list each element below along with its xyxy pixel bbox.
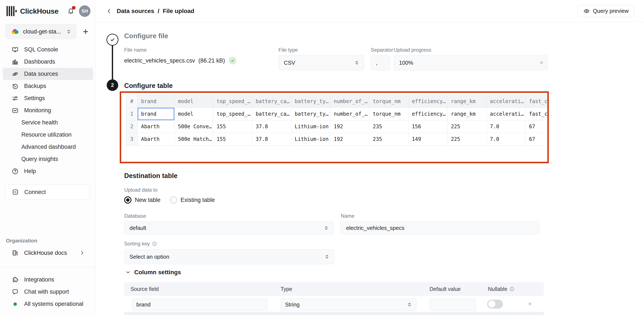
nullable-toggle[interactable] bbox=[487, 300, 503, 308]
check-icon bbox=[230, 58, 235, 63]
organization-label: Organization bbox=[6, 238, 37, 244]
data-sources-icon bbox=[12, 71, 18, 78]
back-icon[interactable] bbox=[106, 8, 113, 15]
sidebar-item-service-health[interactable]: Service health bbox=[3, 116, 93, 129]
preview-header-name-cell[interactable]: range_km bbox=[448, 108, 486, 120]
sidebar-item-monitoring[interactable]: Monitoring bbox=[3, 104, 93, 116]
info-icon bbox=[152, 241, 157, 246]
info-icon bbox=[509, 286, 514, 292]
notifications-button[interactable] bbox=[66, 7, 75, 15]
service-selector[interactable]: cloud-get-sta... bbox=[5, 24, 76, 39]
file-size-value: (86.21 kB) bbox=[198, 58, 225, 64]
add-service-button[interactable]: + bbox=[79, 25, 92, 38]
preview-header-name-cell[interactable]: brand bbox=[138, 108, 174, 120]
sidebar-item-chat-support[interactable]: Chat with support bbox=[3, 286, 93, 298]
sidebar-item-data-sources[interactable]: Data sources bbox=[3, 68, 93, 80]
default-value-input[interactable] bbox=[430, 298, 476, 311]
table-name-input[interactable]: electric_vehicles_specs bbox=[341, 221, 539, 235]
preview-column-header: battery_ca… bbox=[252, 95, 291, 108]
connect-icon bbox=[12, 189, 19, 196]
next-row-strip bbox=[124, 312, 544, 315]
app-title: ClickHouse bbox=[20, 7, 58, 15]
remove-column-icon[interactable]: × bbox=[528, 300, 532, 307]
chevron-updown-icon bbox=[324, 254, 330, 260]
preview-cell: 225 bbox=[448, 133, 486, 146]
preview-header-name-cell[interactable]: number_of_… bbox=[330, 108, 369, 120]
clickhouse-logo-icon bbox=[6, 6, 17, 17]
step-connector bbox=[112, 45, 113, 80]
chevron-down-icon bbox=[125, 270, 131, 275]
preview-cell: 155 bbox=[213, 120, 252, 133]
breadcrumb-data-sources[interactable]: Data sources bbox=[117, 8, 154, 14]
eye-icon bbox=[584, 8, 590, 14]
puzzle-icon bbox=[12, 276, 18, 283]
preview-header-name-cell[interactable]: battery_ty… bbox=[291, 108, 330, 120]
preview-header-name-cell[interactable]: model bbox=[174, 108, 213, 120]
sidebar-item-system-status[interactable]: All systems operational bbox=[3, 298, 93, 310]
nullable-header: Nullable bbox=[488, 286, 514, 292]
sidebar-item-clickhouse-docs[interactable]: ClickHouse docs bbox=[3, 246, 93, 259]
backups-icon bbox=[12, 83, 18, 90]
preview-header-name-cell[interactable]: fast_cha bbox=[526, 108, 548, 120]
preview-cell: Lithium-ion bbox=[291, 133, 330, 146]
source-field-input[interactable]: brand bbox=[132, 298, 267, 311]
preview-cell: 156 bbox=[408, 120, 448, 133]
preview-header-name-cell[interactable]: torque_nm bbox=[369, 108, 408, 120]
preview-row-number: 1 bbox=[126, 108, 138, 120]
preview-header-name-cell[interactable]: efficiency… bbox=[408, 108, 448, 120]
column-settings-toggle[interactable]: Column settings bbox=[125, 269, 181, 276]
preview-cell: 67 bbox=[526, 133, 548, 146]
sidebar-item-integrations[interactable]: Integrations bbox=[3, 274, 93, 286]
check-icon bbox=[110, 37, 116, 43]
database-select[interactable]: default bbox=[124, 221, 334, 235]
sidebar-item-advanced-dashboard[interactable]: Advanced dashboard bbox=[3, 141, 93, 153]
new-table-label[interactable]: New table bbox=[135, 197, 160, 204]
sidebar-item-resource-utilization[interactable]: Resource utilization bbox=[3, 129, 93, 141]
building-icon bbox=[12, 250, 18, 256]
preview-header-name-cell[interactable]: battery_ca… bbox=[252, 108, 291, 120]
default-value-header: Default value bbox=[430, 286, 488, 292]
configure-table-heading: Configure table bbox=[124, 82, 173, 90]
connect-button[interactable]: Connect bbox=[5, 184, 90, 200]
preview-row-number: 3 bbox=[126, 133, 138, 146]
dashboards-icon bbox=[12, 58, 18, 65]
preview-cell: 500e Hatch… bbox=[174, 133, 213, 146]
clear-icon[interactable]: × bbox=[540, 59, 543, 66]
radio-new-table[interactable] bbox=[124, 196, 132, 204]
sidebar-item-query-insights[interactable]: Query insights bbox=[3, 153, 93, 165]
separator-input[interactable]: , bbox=[371, 55, 390, 70]
brand-row: ClickHouse SH bbox=[0, 0, 95, 22]
breadcrumb-file-upload: File upload bbox=[163, 8, 194, 14]
file-valid-badge bbox=[229, 57, 236, 64]
file-type-select[interactable]: CSV bbox=[278, 55, 364, 70]
preview-cell: 235 bbox=[369, 120, 408, 133]
preview-column-header: top_speed_… bbox=[213, 95, 252, 108]
sidebar-item-help[interactable]: Help bbox=[3, 165, 93, 177]
preview-cell: 155 bbox=[213, 133, 252, 146]
help-icon bbox=[12, 168, 18, 175]
sidebar-item-sql-console[interactable]: SQL Console bbox=[3, 44, 93, 56]
chevron-updown-icon bbox=[406, 302, 412, 308]
type-header: Type bbox=[280, 286, 430, 292]
preview-column-header: fast_cha bbox=[526, 95, 548, 108]
radio-existing-table[interactable] bbox=[170, 196, 177, 204]
name-label: Name bbox=[341, 213, 354, 219]
configure-file-heading: Configure file bbox=[124, 32, 168, 40]
preview-row-number-header: # bbox=[126, 95, 138, 108]
existing-table-label[interactable]: Existing table bbox=[180, 197, 215, 204]
service-name: cloud-get-sta... bbox=[23, 28, 66, 35]
app-root: ClickHouse SH cloud-g bbox=[0, 0, 644, 315]
column-settings-header: Source field Type Default value Nullable bbox=[124, 282, 544, 296]
sidebar-item-dashboards[interactable]: Dashboards bbox=[3, 56, 93, 68]
preview-cell: 7.0 bbox=[486, 120, 526, 133]
preview-header-name-cell[interactable]: accelerati… bbox=[486, 108, 526, 120]
sidebar-item-settings[interactable]: Settings bbox=[3, 92, 93, 104]
sidebar-item-backups[interactable]: Backups bbox=[3, 80, 93, 92]
preview-column-header: model bbox=[174, 95, 213, 108]
sorting-key-select[interactable]: Select an option bbox=[124, 249, 334, 264]
query-preview-button[interactable]: Query preview bbox=[578, 5, 634, 17]
type-select[interactable]: String bbox=[280, 298, 416, 311]
preview-header-name-cell[interactable]: top_speed_… bbox=[213, 108, 252, 120]
avatar[interactable]: SH bbox=[79, 5, 90, 17]
notification-dot bbox=[72, 6, 76, 10]
